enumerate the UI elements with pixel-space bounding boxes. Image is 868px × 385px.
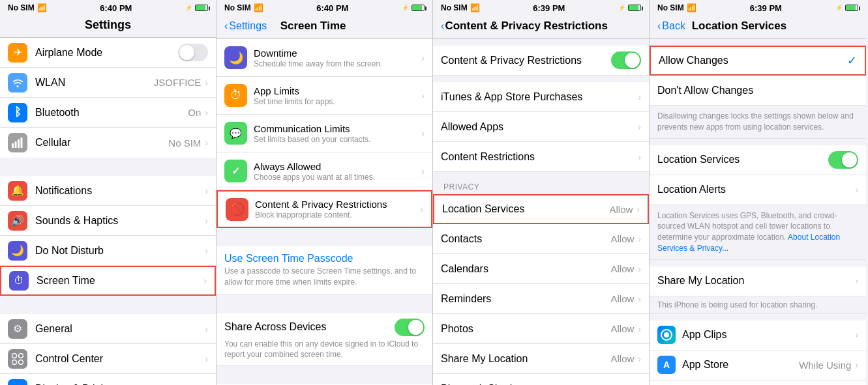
wifi-icon-2: 📶 — [254, 3, 263, 12]
st-item-downtime[interactable]: 🌙 Downtime Schedule time away from the s… — [217, 39, 432, 77]
st-item-contentprivacy[interactable]: 🚫 Content & Privacy Restrictions Block i… — [217, 190, 432, 228]
ls-allow-changes[interactable]: Allow Changes ✓ — [650, 46, 866, 76]
alwaysallowed-chevron: › — [421, 166, 425, 177]
status-bar-1: No SIM 📶 6:40 PM ⚡ — [0, 0, 216, 14]
sounds-label: Sounds & Haptics — [35, 215, 203, 227]
time-3: 6:39 PM — [533, 3, 565, 13]
airplane-label: Airplane Mode — [35, 47, 178, 59]
calendars-value: Allow — [610, 263, 634, 274]
settings-list: ✈ Airplane Mode WLAN JSOFFICE › ᛒ Blueto… — [0, 38, 216, 385]
ls-app-clips[interactable]: App Clips › — [650, 321, 866, 350]
status-right-3: ⚡ — [618, 5, 641, 11]
settings-item-sounds[interactable]: 🔊 Sounds & Haptics › — [0, 206, 216, 236]
settings-item-notifications[interactable]: 🔔 Notifications › — [0, 176, 216, 206]
allowed-apps-label: Allowed Apps — [441, 121, 636, 133]
st-item-commlimits[interactable]: 💬 Communication Limits Set limits based … — [217, 115, 432, 152]
downtime-title: Downtime — [254, 48, 420, 59]
cellular-label: Cellular — [35, 137, 168, 149]
settings-item-screentime[interactable]: ⏱ Screen Time › — [0, 266, 216, 296]
wifi-icon-1: 📶 — [37, 3, 47, 12]
ls-alerts-row[interactable]: Location Alerts › — [650, 175, 866, 205]
wlan-label: WLAN — [35, 77, 154, 89]
contentprivacy-icon: 🚫 — [226, 198, 248, 221]
contentprivacy-title: Content & Privacy Restrictions — [255, 199, 419, 210]
ls-top-divider — [650, 39, 866, 46]
airplane-icon: ✈ — [8, 43, 27, 63]
display-icon: AA — [8, 379, 27, 386]
status-bar-3: No SIM 📶 6:39 PM ⚡ — [433, 0, 649, 14]
cp-nav: ‹ Content & Privacy Restrictions — [433, 14, 649, 39]
cp-contacts[interactable]: Contacts Allow › — [433, 224, 649, 254]
cp-photos[interactable]: Photos Allow › — [433, 314, 649, 344]
ls-location-toggle[interactable] — [828, 151, 858, 169]
ls-dont-allow[interactable]: Don't Allow Changes — [650, 76, 866, 106]
st-divider-2 — [217, 295, 432, 313]
settings-item-dnd[interactable]: 🌙 Do Not Disturb › — [0, 236, 216, 266]
ls-services-desc: Location Services uses GPS, Bluetooth, a… — [650, 205, 866, 260]
svg-rect-1 — [15, 141, 17, 148]
ls-share-location[interactable]: Share My Location › — [650, 266, 866, 296]
app-clips-label: App Clips — [682, 329, 854, 341]
settings-item-cellular[interactable]: Cellular No SIM › — [0, 128, 216, 158]
contacts-chevron: › — [638, 234, 641, 244]
calendars-label: Calendars — [441, 263, 610, 275]
ls-find-my[interactable]: Find My ✈ Ask › — [650, 380, 866, 385]
ls-title: Location Services — [653, 20, 826, 33]
share-toggle[interactable] — [395, 319, 425, 336]
cp-bluetooth-sharing[interactable]: Bluetooth Sharing Allow › — [433, 374, 649, 385]
applimits-icon: ⏱ — [224, 84, 247, 107]
time-2: 6:40 PM — [316, 3, 348, 13]
contacts-value: Allow — [610, 233, 634, 244]
divider-1 — [0, 158, 216, 176]
settings-item-general[interactable]: ⚙ General › — [0, 314, 216, 344]
cp-itunes[interactable]: iTunes & App Store Purchases › — [433, 82, 649, 112]
cp-reminders[interactable]: Reminders Allow › — [433, 284, 649, 314]
settings-item-airplane[interactable]: ✈ Airplane Mode — [0, 38, 216, 68]
screentime-title: Screen Time — [234, 20, 392, 33]
applimits-chevron: › — [421, 91, 425, 101]
downtime-chevron: › — [421, 53, 425, 63]
settings-item-bluetooth[interactable]: ᛒ Bluetooth On › — [0, 98, 216, 128]
st-item-applimits[interactable]: ⏱ App Limits Set time limits for apps. › — [217, 77, 432, 115]
status-left-4: No SIM 📶 — [657, 3, 696, 12]
itunes-chevron: › — [638, 92, 641, 102]
settings-item-display[interactable]: AA Display & Brightness › — [0, 374, 216, 385]
divider-2 — [0, 296, 216, 314]
cp-calendars[interactable]: Calendars Allow › — [433, 254, 649, 284]
app-store-value: While Using — [799, 360, 851, 371]
cp-toggle[interactable] — [611, 51, 641, 69]
photos-value: Allow — [610, 323, 634, 334]
settings-item-wlan[interactable]: WLAN JSOFFICE › — [0, 68, 216, 98]
ls-location-row[interactable]: Location Services — [650, 145, 866, 175]
cp-share-location[interactable]: Share My Location Allow › — [433, 344, 649, 374]
wlan-value: JSOFFICE — [154, 77, 202, 88]
allowed-apps-chevron: › — [638, 122, 641, 132]
applimits-title: App Limits — [254, 85, 420, 96]
page-title-settings: Settings — [0, 14, 216, 38]
cp-content-restrictions[interactable]: Content Restrictions › — [433, 142, 649, 172]
svg-point-13 — [664, 332, 669, 337]
cp-toggle-row[interactable]: Content & Privacy Restrictions — [433, 46, 649, 76]
photos-label: Photos — [441, 323, 610, 335]
airplane-toggle[interactable] — [178, 44, 208, 61]
ls-alerts-chevron: › — [855, 184, 858, 195]
st-passcode-item[interactable]: Use Screen Time Passcode Use a passcode … — [217, 246, 432, 295]
bluetooth-icon: ᛒ — [8, 103, 27, 122]
ls-app-store[interactable]: A App Store While Using › — [650, 350, 866, 380]
commlimits-icon: 💬 — [224, 122, 247, 145]
status-right-2: ⚡ — [402, 5, 425, 11]
cp-location-services[interactable]: Location Services Allow › — [433, 194, 649, 224]
settings-item-controlcenter[interactable]: Control Center › — [0, 344, 216, 374]
status-right-1: ⚡ — [185, 5, 208, 11]
settings-group-1: ✈ Airplane Mode WLAN JSOFFICE › ᛒ Blueto… — [0, 38, 216, 158]
battery-charging-2: ⚡ — [402, 5, 409, 11]
st-item-alwaysallowed[interactable]: ✓ Always Allowed Choose apps you want at… — [217, 152, 432, 190]
dnd-icon: 🌙 — [8, 241, 27, 261]
commlimits-title: Communication Limits — [254, 123, 420, 134]
ls-share-chevron: › — [855, 276, 858, 286]
bluetooth-sharing-label: Bluetooth Sharing — [441, 383, 610, 386]
alwaysallowed-subtitle: Choose apps you want at all times. — [254, 173, 420, 182]
ls-divider-1 — [650, 139, 866, 145]
cp-allowed-apps[interactable]: Allowed Apps › — [433, 112, 649, 142]
dont-allow-label: Don't Allow Changes — [657, 85, 858, 96]
